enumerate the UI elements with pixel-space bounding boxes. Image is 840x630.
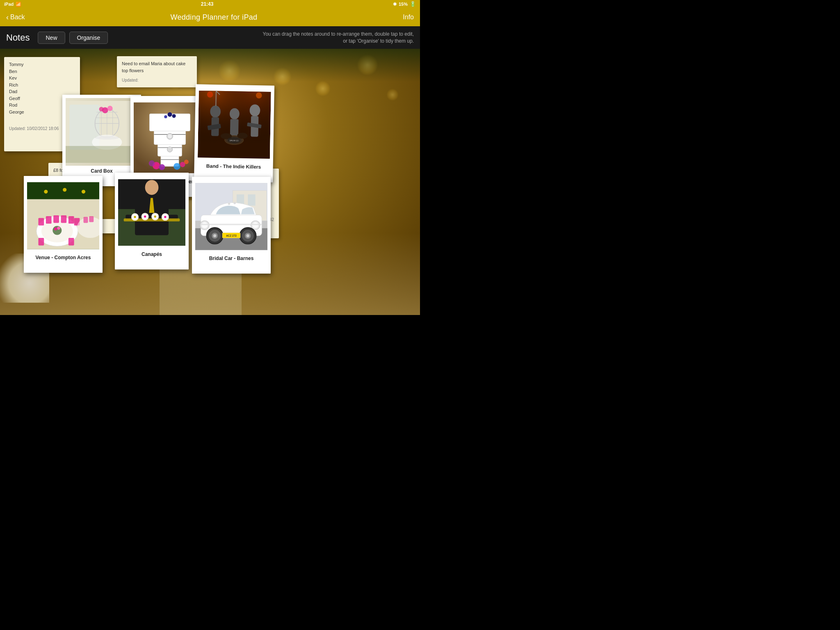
note-line: Rich xyxy=(9,82,75,89)
note-line: Kev xyxy=(9,75,75,82)
main-content: Tommy Ben Kev Rich Dad Geoff Rod George … xyxy=(0,49,420,315)
bridal-car-image: ACZ 272 xyxy=(195,180,267,253)
battery-icon: 🔋 xyxy=(410,1,416,7)
toolbar-hint: You can drag the notes around to re-arra… xyxy=(258,31,414,45)
note-line: Ben xyxy=(9,68,75,75)
svg-rect-62 xyxy=(53,215,59,223)
svg-point-26 xyxy=(172,114,176,118)
bridal-car-card[interactable]: ACZ 272 Bridal Car - Barnes xyxy=(192,177,271,274)
status-left: iPad 📶 xyxy=(4,2,21,7)
svg-point-32 xyxy=(173,163,180,170)
venue-image xyxy=(27,179,99,252)
svg-rect-77 xyxy=(89,216,94,222)
toolbar-title: Notes xyxy=(6,32,30,43)
note-line: Need to email Maria about cake xyxy=(122,60,192,67)
back-button[interactable]: ‹ Back xyxy=(6,13,25,22)
svg-point-94 xyxy=(134,216,136,218)
svg-text:DRUM CO: DRUM CO xyxy=(230,139,239,142)
organise-button[interactable]: Organise xyxy=(69,32,108,44)
band-image: DRUM CO xyxy=(198,87,271,162)
canapes-label: Canapés xyxy=(118,251,185,258)
toolbar: Notes New Organise You can drag the note… xyxy=(0,26,420,49)
svg-rect-64 xyxy=(68,216,74,224)
bokeh-light xyxy=(315,81,331,96)
svg-point-112 xyxy=(213,234,216,237)
svg-point-24 xyxy=(168,112,172,117)
svg-point-31 xyxy=(159,164,165,170)
svg-rect-67 xyxy=(68,238,74,245)
canapes-card[interactable]: Canapés xyxy=(115,173,189,269)
svg-rect-66 xyxy=(39,238,44,245)
svg-rect-43 xyxy=(230,119,239,136)
svg-rect-102 xyxy=(248,194,255,206)
nav-bar: ‹ Back Wedding Planner for iPad Info xyxy=(0,8,420,26)
back-label: Back xyxy=(10,14,25,21)
svg-point-69 xyxy=(54,227,57,230)
battery-label: 15% xyxy=(399,2,408,7)
svg-point-29 xyxy=(167,147,173,152)
svg-point-25 xyxy=(164,115,167,118)
new-button[interactable]: New xyxy=(38,32,65,44)
status-bar: iPad 📶 21:43 ✱ 15% 🔋 xyxy=(0,0,420,8)
nav-title: Wedding Planner for iPad xyxy=(170,13,257,22)
svg-point-82 xyxy=(145,180,159,195)
svg-point-108 xyxy=(252,222,258,228)
svg-point-28 xyxy=(168,135,171,138)
svg-point-97 xyxy=(164,216,166,218)
info-button[interactable]: Info xyxy=(403,14,414,21)
svg-rect-63 xyxy=(61,215,67,223)
status-time: 21:43 xyxy=(201,1,214,7)
svg-point-106 xyxy=(202,222,208,228)
band-label: Band - The Indie Killers xyxy=(197,162,269,171)
svg-text:ACZ 272: ACZ 272 xyxy=(226,235,237,237)
svg-rect-61 xyxy=(46,216,52,224)
email-reminder-note[interactable]: Need to email Maria about cake top flowe… xyxy=(117,56,197,87)
svg-point-121 xyxy=(234,202,236,204)
svg-point-96 xyxy=(154,215,156,217)
svg-point-72 xyxy=(44,190,48,194)
note-line: Dad xyxy=(9,88,75,95)
svg-point-35 xyxy=(184,160,189,164)
svg-point-34 xyxy=(149,160,155,167)
svg-line-50 xyxy=(216,91,216,106)
bluetooth-icon: ✱ xyxy=(393,2,397,7)
note-updated: Updated: xyxy=(122,77,192,83)
note-line: top flowers xyxy=(122,67,192,74)
device-label: iPad xyxy=(4,2,14,7)
svg-point-120 xyxy=(228,203,231,205)
svg-rect-119 xyxy=(201,224,262,225)
svg-rect-14 xyxy=(66,146,138,163)
svg-point-73 xyxy=(63,188,66,192)
svg-rect-76 xyxy=(84,217,88,223)
svg-point-11 xyxy=(107,106,113,111)
back-chevron-icon: ‹ xyxy=(6,13,9,22)
svg-rect-80 xyxy=(135,190,169,235)
svg-point-12 xyxy=(99,107,104,112)
svg-point-95 xyxy=(144,215,146,217)
status-right: ✱ 15% 🔋 xyxy=(393,1,416,7)
bridal-car-label: Bridal Car - Barnes xyxy=(195,255,267,262)
note-line: Tommy xyxy=(9,61,75,68)
band-card[interactable]: DRUM CO Band - The Indie Killers xyxy=(194,84,274,182)
svg-point-68 xyxy=(52,226,62,235)
svg-rect-60 xyxy=(39,218,44,226)
svg-point-116 xyxy=(247,234,249,237)
venue-card[interactable]: Venue - Compton Acres xyxy=(24,176,103,273)
bokeh-light xyxy=(386,89,399,101)
card-box-image xyxy=(66,98,138,166)
svg-point-70 xyxy=(57,227,60,230)
wifi-icon: 📶 xyxy=(16,2,21,7)
venue-label: Venue - Compton Acres xyxy=(27,254,99,261)
svg-point-74 xyxy=(82,190,85,194)
canapes-image xyxy=(118,176,185,249)
